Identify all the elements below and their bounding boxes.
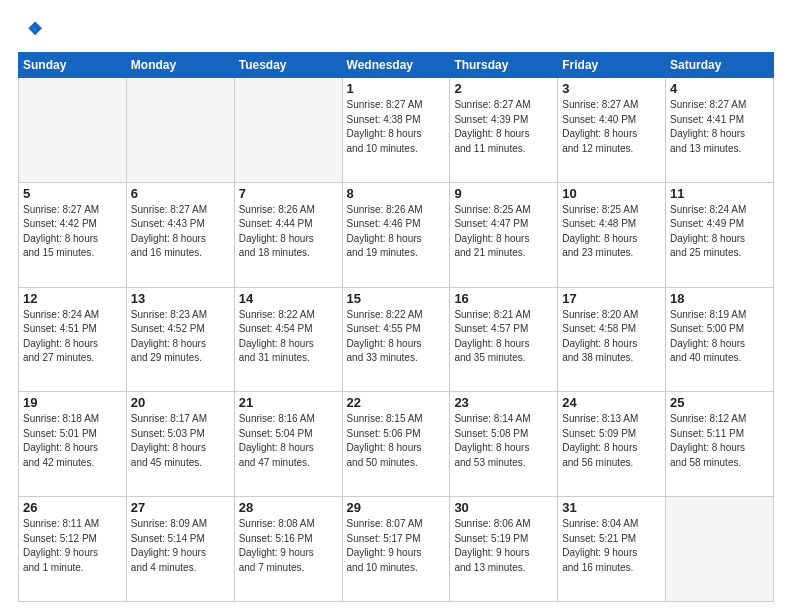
day-number: 13 <box>131 291 230 306</box>
day-info: Sunrise: 8:16 AM Sunset: 5:04 PM Dayligh… <box>239 412 338 470</box>
calendar-cell: 12Sunrise: 8:24 AM Sunset: 4:51 PM Dayli… <box>19 287 127 392</box>
calendar-cell: 11Sunrise: 8:24 AM Sunset: 4:49 PM Dayli… <box>666 182 774 287</box>
calendar-week-5: 26Sunrise: 8:11 AM Sunset: 5:12 PM Dayli… <box>19 497 774 602</box>
day-number: 16 <box>454 291 553 306</box>
day-info: Sunrise: 8:15 AM Sunset: 5:06 PM Dayligh… <box>347 412 446 470</box>
day-number: 18 <box>670 291 769 306</box>
calendar-cell: 29Sunrise: 8:07 AM Sunset: 5:17 PM Dayli… <box>342 497 450 602</box>
calendar-cell: 31Sunrise: 8:04 AM Sunset: 5:21 PM Dayli… <box>558 497 666 602</box>
calendar-cell: 1Sunrise: 8:27 AM Sunset: 4:38 PM Daylig… <box>342 78 450 183</box>
day-number: 8 <box>347 186 446 201</box>
day-number: 15 <box>347 291 446 306</box>
calendar-header-monday: Monday <box>126 53 234 78</box>
calendar-cell: 2Sunrise: 8:27 AM Sunset: 4:39 PM Daylig… <box>450 78 558 183</box>
calendar-cell: 14Sunrise: 8:22 AM Sunset: 4:54 PM Dayli… <box>234 287 342 392</box>
day-info: Sunrise: 8:13 AM Sunset: 5:09 PM Dayligh… <box>562 412 661 470</box>
calendar-header-wednesday: Wednesday <box>342 53 450 78</box>
day-number: 26 <box>23 500 122 515</box>
day-info: Sunrise: 8:24 AM Sunset: 4:51 PM Dayligh… <box>23 308 122 366</box>
calendar-cell: 17Sunrise: 8:20 AM Sunset: 4:58 PM Dayli… <box>558 287 666 392</box>
day-info: Sunrise: 8:27 AM Sunset: 4:38 PM Dayligh… <box>347 98 446 156</box>
day-info: Sunrise: 8:24 AM Sunset: 4:49 PM Dayligh… <box>670 203 769 261</box>
day-info: Sunrise: 8:14 AM Sunset: 5:08 PM Dayligh… <box>454 412 553 470</box>
day-number: 22 <box>347 395 446 410</box>
calendar-header-tuesday: Tuesday <box>234 53 342 78</box>
calendar-cell <box>666 497 774 602</box>
calendar-cell: 8Sunrise: 8:26 AM Sunset: 4:46 PM Daylig… <box>342 182 450 287</box>
calendar-cell: 15Sunrise: 8:22 AM Sunset: 4:55 PM Dayli… <box>342 287 450 392</box>
day-number: 1 <box>347 81 446 96</box>
day-number: 23 <box>454 395 553 410</box>
day-info: Sunrise: 8:11 AM Sunset: 5:12 PM Dayligh… <box>23 517 122 575</box>
day-info: Sunrise: 8:08 AM Sunset: 5:16 PM Dayligh… <box>239 517 338 575</box>
day-info: Sunrise: 8:26 AM Sunset: 4:46 PM Dayligh… <box>347 203 446 261</box>
day-number: 28 <box>239 500 338 515</box>
day-info: Sunrise: 8:04 AM Sunset: 5:21 PM Dayligh… <box>562 517 661 575</box>
calendar-cell <box>234 78 342 183</box>
day-number: 25 <box>670 395 769 410</box>
day-info: Sunrise: 8:06 AM Sunset: 5:19 PM Dayligh… <box>454 517 553 575</box>
day-info: Sunrise: 8:23 AM Sunset: 4:52 PM Dayligh… <box>131 308 230 366</box>
day-number: 12 <box>23 291 122 306</box>
day-info: Sunrise: 8:25 AM Sunset: 4:48 PM Dayligh… <box>562 203 661 261</box>
calendar-cell: 9Sunrise: 8:25 AM Sunset: 4:47 PM Daylig… <box>450 182 558 287</box>
day-number: 31 <box>562 500 661 515</box>
header <box>18 18 774 42</box>
calendar-cell: 3Sunrise: 8:27 AM Sunset: 4:40 PM Daylig… <box>558 78 666 183</box>
calendar-cell: 10Sunrise: 8:25 AM Sunset: 4:48 PM Dayli… <box>558 182 666 287</box>
calendar-cell: 22Sunrise: 8:15 AM Sunset: 5:06 PM Dayli… <box>342 392 450 497</box>
day-number: 14 <box>239 291 338 306</box>
calendar-cell: 25Sunrise: 8:12 AM Sunset: 5:11 PM Dayli… <box>666 392 774 497</box>
day-number: 30 <box>454 500 553 515</box>
day-number: 10 <box>562 186 661 201</box>
calendar-cell: 28Sunrise: 8:08 AM Sunset: 5:16 PM Dayli… <box>234 497 342 602</box>
day-number: 20 <box>131 395 230 410</box>
day-info: Sunrise: 8:26 AM Sunset: 4:44 PM Dayligh… <box>239 203 338 261</box>
calendar-cell: 13Sunrise: 8:23 AM Sunset: 4:52 PM Dayli… <box>126 287 234 392</box>
calendar-week-3: 12Sunrise: 8:24 AM Sunset: 4:51 PM Dayli… <box>19 287 774 392</box>
calendar-cell: 5Sunrise: 8:27 AM Sunset: 4:42 PM Daylig… <box>19 182 127 287</box>
day-info: Sunrise: 8:19 AM Sunset: 5:00 PM Dayligh… <box>670 308 769 366</box>
day-info: Sunrise: 8:27 AM Sunset: 4:40 PM Dayligh… <box>562 98 661 156</box>
calendar-table: SundayMondayTuesdayWednesdayThursdayFrid… <box>18 52 774 602</box>
day-number: 29 <box>347 500 446 515</box>
day-number: 21 <box>239 395 338 410</box>
calendar-cell: 18Sunrise: 8:19 AM Sunset: 5:00 PM Dayli… <box>666 287 774 392</box>
calendar-week-4: 19Sunrise: 8:18 AM Sunset: 5:01 PM Dayli… <box>19 392 774 497</box>
day-info: Sunrise: 8:27 AM Sunset: 4:39 PM Dayligh… <box>454 98 553 156</box>
calendar-cell: 6Sunrise: 8:27 AM Sunset: 4:43 PM Daylig… <box>126 182 234 287</box>
day-info: Sunrise: 8:20 AM Sunset: 4:58 PM Dayligh… <box>562 308 661 366</box>
day-number: 6 <box>131 186 230 201</box>
day-info: Sunrise: 8:22 AM Sunset: 4:54 PM Dayligh… <box>239 308 338 366</box>
calendar-header-sunday: Sunday <box>19 53 127 78</box>
day-number: 2 <box>454 81 553 96</box>
page: SundayMondayTuesdayWednesdayThursdayFrid… <box>0 0 792 612</box>
day-info: Sunrise: 8:17 AM Sunset: 5:03 PM Dayligh… <box>131 412 230 470</box>
day-number: 3 <box>562 81 661 96</box>
calendar-cell: 4Sunrise: 8:27 AM Sunset: 4:41 PM Daylig… <box>666 78 774 183</box>
calendar-cell: 30Sunrise: 8:06 AM Sunset: 5:19 PM Dayli… <box>450 497 558 602</box>
calendar-header-thursday: Thursday <box>450 53 558 78</box>
logo-icon <box>18 18 42 42</box>
day-info: Sunrise: 8:22 AM Sunset: 4:55 PM Dayligh… <box>347 308 446 366</box>
calendar-cell: 27Sunrise: 8:09 AM Sunset: 5:14 PM Dayli… <box>126 497 234 602</box>
calendar-cell: 19Sunrise: 8:18 AM Sunset: 5:01 PM Dayli… <box>19 392 127 497</box>
calendar-cell: 23Sunrise: 8:14 AM Sunset: 5:08 PM Dayli… <box>450 392 558 497</box>
day-info: Sunrise: 8:09 AM Sunset: 5:14 PM Dayligh… <box>131 517 230 575</box>
day-number: 11 <box>670 186 769 201</box>
day-info: Sunrise: 8:18 AM Sunset: 5:01 PM Dayligh… <box>23 412 122 470</box>
day-info: Sunrise: 8:25 AM Sunset: 4:47 PM Dayligh… <box>454 203 553 261</box>
day-number: 17 <box>562 291 661 306</box>
day-info: Sunrise: 8:12 AM Sunset: 5:11 PM Dayligh… <box>670 412 769 470</box>
calendar-cell: 20Sunrise: 8:17 AM Sunset: 5:03 PM Dayli… <box>126 392 234 497</box>
calendar-cell: 26Sunrise: 8:11 AM Sunset: 5:12 PM Dayli… <box>19 497 127 602</box>
day-number: 24 <box>562 395 661 410</box>
day-number: 9 <box>454 186 553 201</box>
calendar-cell <box>19 78 127 183</box>
day-info: Sunrise: 8:07 AM Sunset: 5:17 PM Dayligh… <box>347 517 446 575</box>
calendar-header-row: SundayMondayTuesdayWednesdayThursdayFrid… <box>19 53 774 78</box>
day-number: 4 <box>670 81 769 96</box>
day-number: 7 <box>239 186 338 201</box>
calendar-week-2: 5Sunrise: 8:27 AM Sunset: 4:42 PM Daylig… <box>19 182 774 287</box>
calendar-cell: 21Sunrise: 8:16 AM Sunset: 5:04 PM Dayli… <box>234 392 342 497</box>
